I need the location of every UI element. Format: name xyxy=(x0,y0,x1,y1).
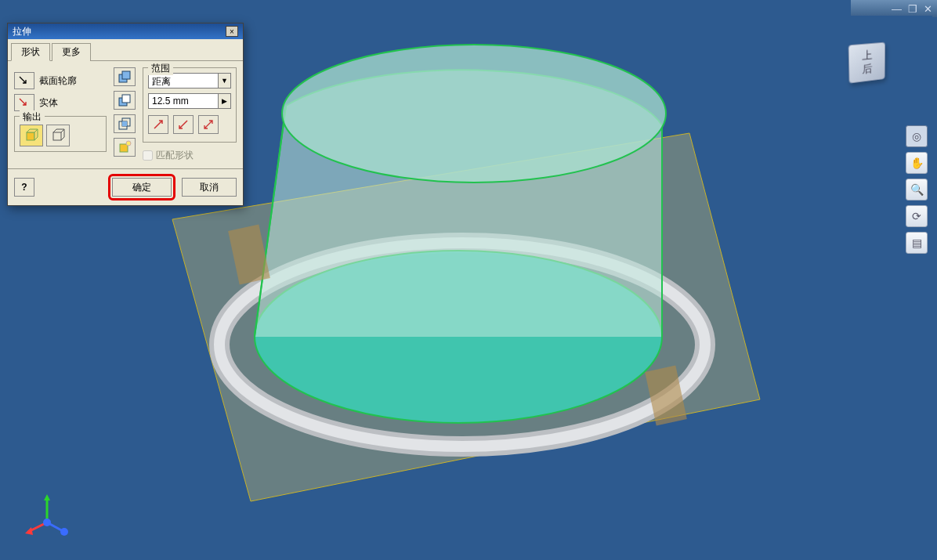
output-solid-button[interactable] xyxy=(20,125,43,146)
ok-highlight: 确定 xyxy=(108,174,175,201)
extent-group-label: 范围 xyxy=(148,62,173,75)
direction-negative-button[interactable] xyxy=(173,115,194,134)
svg-point-14 xyxy=(43,518,51,526)
pan-icon[interactable]: ✋ xyxy=(906,152,928,174)
ok-button[interactable]: 确定 xyxy=(112,178,172,197)
svg-point-26 xyxy=(126,141,131,146)
extent-mode-value: 距离 xyxy=(149,74,218,88)
viewcube[interactable]: 上 后 xyxy=(848,43,898,93)
cancel-button[interactable]: 取消 xyxy=(182,178,237,197)
chevron-down-icon[interactable]: ▼ xyxy=(218,74,230,88)
orbit-icon[interactable]: ⟳ xyxy=(906,205,928,227)
match-shape-label: 匹配形状 xyxy=(156,149,194,162)
output-surface-button[interactable] xyxy=(46,125,70,146)
op-cut-button[interactable] xyxy=(114,91,136,110)
output-group: 输出 xyxy=(14,116,107,152)
tab-more[interactable]: 更多 xyxy=(52,43,91,61)
close-window-icon[interactable]: ✕ xyxy=(924,3,932,15)
pick-profile-button[interactable] xyxy=(14,72,34,89)
svg-rect-24 xyxy=(122,121,127,126)
extent-group: 范围 距离 ▼ 12.5 mm ▶ xyxy=(143,67,237,143)
dialog-titlebar[interactable]: 拉伸 × xyxy=(8,23,243,39)
svg-marker-12 xyxy=(25,527,33,535)
minimize-icon[interactable]: — xyxy=(892,3,902,15)
direction-symmetric-button[interactable] xyxy=(198,115,219,134)
op-join-button[interactable] xyxy=(114,67,136,86)
svg-rect-25 xyxy=(120,144,128,152)
chevron-right-icon[interactable]: ▶ xyxy=(218,94,230,108)
op-intersect-button[interactable] xyxy=(114,114,136,133)
op-newsolid-button[interactable] xyxy=(114,138,136,157)
axis-triad xyxy=(24,491,71,538)
extent-mode-combo[interactable]: 距离 ▼ xyxy=(148,73,231,89)
dialog-footer: ? 确定 取消 xyxy=(8,168,243,205)
nav-toolbar: ◎ ✋ 🔍 ⟳ ▤ xyxy=(906,125,928,254)
svg-rect-21 xyxy=(122,95,130,103)
svg-rect-19 xyxy=(122,71,130,79)
svg-point-15 xyxy=(60,528,68,536)
svg-rect-17 xyxy=(53,132,61,140)
pick-solid-button[interactable] xyxy=(14,94,34,111)
distance-value: 12.5 mm xyxy=(149,94,218,108)
restore-icon[interactable]: ❐ xyxy=(908,3,917,15)
extrude-dialog: 拉伸 × 形状 更多 截面轮廓 实体 输出 xyxy=(7,23,244,206)
direction-positive-button[interactable] xyxy=(148,115,168,134)
dialog-tabs: 形状 更多 xyxy=(8,39,243,61)
dialog-title: 拉伸 xyxy=(13,25,31,38)
output-group-label: 输出 xyxy=(20,110,45,124)
solid-label: 实体 xyxy=(39,96,58,110)
dialog-close-icon[interactable]: × xyxy=(226,26,238,37)
window-controls: — ❐ ✕ xyxy=(851,0,937,17)
zoom-icon[interactable]: 🔍 xyxy=(906,179,928,201)
lookat-icon[interactable]: ▤ xyxy=(906,232,928,254)
profile-label: 截面轮廓 xyxy=(39,74,77,88)
tab-shape[interactable]: 形状 xyxy=(11,43,50,61)
viewcube-face[interactable]: 上 后 xyxy=(848,42,886,84)
svg-rect-16 xyxy=(27,132,34,140)
svg-marker-10 xyxy=(44,494,50,500)
help-button[interactable]: ? xyxy=(14,178,34,197)
match-shape-checkbox xyxy=(143,150,153,161)
help-icon: ? xyxy=(21,182,27,193)
distance-input[interactable]: 12.5 mm ▶ xyxy=(148,93,231,109)
steering-wheel-icon[interactable]: ◎ xyxy=(906,125,928,147)
